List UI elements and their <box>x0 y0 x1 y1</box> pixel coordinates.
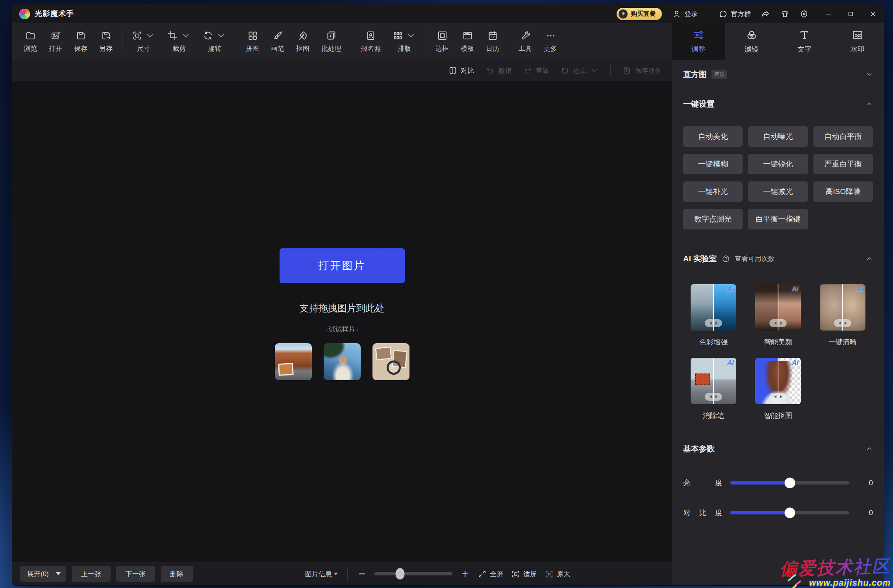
toolbar-item-tools[interactable]: 工具 <box>513 30 538 53</box>
official-group-button[interactable]: 官方群 <box>719 9 751 18</box>
ai-color-enhance[interactable]: Ai 色彩增强 <box>683 284 744 347</box>
toolbar-item-save-as[interactable]: 另存 <box>93 30 119 53</box>
ai-smart-cutout-thumb[interactable]: Ai <box>755 358 801 404</box>
auto-exposure-button[interactable]: 自动曝光 <box>748 126 808 147</box>
before-after-handle-icon[interactable] <box>769 393 787 401</box>
ai-color-enhance-thumb[interactable]: Ai <box>691 284 736 331</box>
pin-top-badge[interactable]: 置顶 <box>711 70 727 79</box>
minimize-button[interactable] <box>824 10 832 18</box>
sample-photo-collage[interactable] <box>372 343 409 380</box>
toolbar-item-save[interactable]: 保存 <box>68 30 93 53</box>
before-after-handle-icon[interactable] <box>769 319 787 327</box>
toolbar-item-resize[interactable]: 尺寸 <box>126 30 161 53</box>
toolbar-item-template[interactable]: 模板 <box>455 30 480 53</box>
fit-screen-button[interactable]: 适屏 <box>511 570 537 579</box>
severe-white-balance-button[interactable]: 严重白平衡 <box>813 154 873 174</box>
next-image-button[interactable]: 下一张 <box>116 566 155 582</box>
toolbar-item-more[interactable]: 更多 <box>538 30 563 53</box>
white-balance-one-touch-button[interactable]: 白平衡一指键 <box>748 209 808 229</box>
ai-smart-beauty[interactable]: Ai 智能美颜 <box>748 284 808 347</box>
toolbar-item-collage[interactable]: 拼图 <box>240 30 265 53</box>
view-available-uses-link[interactable]: 查看可用次数 <box>735 254 775 263</box>
brightness-slider[interactable] <box>730 481 849 484</box>
undo-button[interactable]: 撤销 <box>486 66 511 75</box>
one-key-blur-button[interactable]: 一键模糊 <box>683 154 743 174</box>
high-iso-denoise-button[interactable]: 高ISO降噪 <box>813 181 873 202</box>
basic-params-section-header[interactable]: 基本参数 <box>683 434 873 463</box>
zoom-out-button[interactable]: − <box>357 568 367 579</box>
expand-filmstrip-button[interactable]: 展开(0) <box>20 566 66 582</box>
minimize-icon <box>824 10 832 18</box>
image-info-button[interactable]: 图片信息 <box>305 570 338 579</box>
compare-icon <box>448 66 457 75</box>
sample-photo-canyon[interactable] <box>275 343 312 380</box>
before-after-handle-icon[interactable] <box>834 319 851 327</box>
toolbar-item-crop[interactable]: 裁剪 <box>161 30 197 53</box>
restore-button[interactable]: 还原 <box>561 66 598 75</box>
login-button[interactable]: 登录 <box>672 9 698 18</box>
watermark-icon <box>852 29 863 41</box>
zoom-slider-knob[interactable] <box>396 568 405 580</box>
toolbar-item-id-photo[interactable]: 报名照 <box>355 30 387 53</box>
toolbar-item-brush[interactable]: 画笔 <box>265 30 290 53</box>
fit-screen-label: 适屏 <box>523 570 537 579</box>
histogram-title: 直方图 <box>683 69 707 80</box>
tab-filter[interactable]: 滤镜 <box>725 23 778 60</box>
brightness-slider-knob[interactable] <box>785 478 795 488</box>
gem-icon <box>619 9 628 18</box>
auto-beautify-button[interactable]: 自动美化 <box>683 126 743 147</box>
try-samples-hint: ↓试试样片↓ <box>325 325 359 334</box>
close-button[interactable] <box>869 10 877 18</box>
zoom-slider[interactable] <box>374 572 452 575</box>
one-key-sharpen-button[interactable]: 一键锐化 <box>748 154 808 174</box>
ai-eraser-pen-thumb[interactable]: Ai <box>691 358 736 404</box>
buy-package-button[interactable]: 购买套餐 <box>617 8 662 20</box>
delete-image-button[interactable]: 删除 <box>161 566 193 582</box>
toolbar-item-label: 旋转 <box>208 44 221 53</box>
chevron-up-icon <box>866 445 873 452</box>
redo-button[interactable]: 重做 <box>523 66 549 75</box>
fullscreen-button[interactable]: 全屏 <box>478 570 503 579</box>
ai-eraser-pen[interactable]: Ai 消除笔 <box>683 358 744 420</box>
tab-text[interactable]: 文字 <box>778 23 831 60</box>
toolbar-item-cutout[interactable]: 抠图 <box>290 30 315 53</box>
settings-button[interactable] <box>800 9 809 18</box>
sample-photo-portrait[interactable] <box>324 343 361 380</box>
auto-white-balance-button[interactable]: 自动白平衡 <box>813 126 873 147</box>
toolbar-item-rotate[interactable]: 旋转 <box>197 30 232 53</box>
histogram-section-header[interactable]: 直方图 置顶 <box>683 60 873 89</box>
one-key-section-header[interactable]: 一键设置 <box>683 89 873 118</box>
share-button[interactable] <box>761 9 770 18</box>
folder-icon <box>25 30 36 41</box>
ai-one-key-clarity-thumb[interactable]: Ai <box>820 284 865 331</box>
contrast-slider[interactable] <box>730 511 849 514</box>
toolbar-item-calendar[interactable]: 12 日历 <box>480 30 505 53</box>
zoom-in-button[interactable]: + <box>460 568 470 579</box>
tab-watermark[interactable]: 水印 <box>831 23 884 60</box>
one-key-fill-light-button[interactable]: 一键补光 <box>683 181 743 202</box>
toolbar-item-open[interactable]: 打开 <box>43 30 68 53</box>
ai-smart-beauty-thumb[interactable]: Ai <box>755 284 801 331</box>
original-size-button[interactable]: 原大 <box>545 570 570 579</box>
contrast-slider-knob[interactable] <box>785 508 795 518</box>
official-group-label: 官方群 <box>731 9 751 18</box>
toolbar-item-browse[interactable]: 浏览 <box>18 30 43 53</box>
skin-store-button[interactable] <box>780 9 789 18</box>
open-image-button[interactable]: 打开图片 <box>280 248 405 283</box>
before-after-handle-icon[interactable] <box>705 393 722 401</box>
toolbar-item-border[interactable]: 边框 <box>430 30 455 53</box>
ai-lab-title: AI 实验室 <box>683 253 717 264</box>
tab-adjust[interactable]: 调整 <box>672 23 725 60</box>
previous-image-button[interactable]: 上一张 <box>72 566 111 582</box>
ai-lab-section-header[interactable]: AI 实验室 查看可用次数 <box>683 244 873 273</box>
before-after-handle-icon[interactable] <box>705 319 722 327</box>
toolbar-item-batch[interactable]: 批处理 <box>315 30 347 53</box>
ai-smart-cutout[interactable]: Ai 智能抠图 <box>748 358 808 420</box>
digital-spot-metering-button[interactable]: 数字点测光 <box>683 209 743 229</box>
save-action-button[interactable]: 保存动作 <box>623 66 661 75</box>
toolbar-item-layout[interactable]: 排版 <box>387 30 422 53</box>
ai-one-key-clarity[interactable]: Ai 一键清晰 <box>812 284 873 347</box>
maximize-button[interactable] <box>847 10 854 18</box>
one-key-dim-light-button[interactable]: 一键减光 <box>748 181 808 202</box>
compare-button[interactable]: 对比 <box>448 66 474 75</box>
